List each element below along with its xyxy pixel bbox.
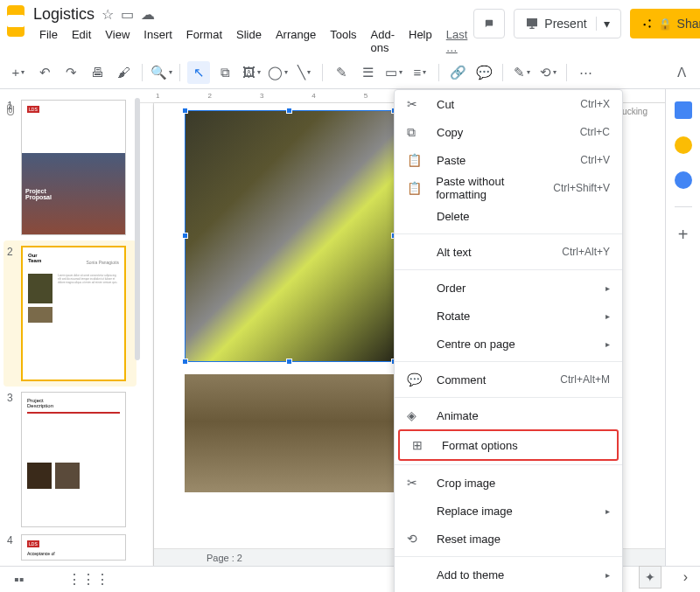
menu-addons[interactable]: Add-ons [365,26,401,56]
menu-bar: File Edit View Insert Format Slide Arran… [33,26,473,56]
border-color-button[interactable]: ▭ [382,61,405,84]
tasks-icon[interactable] [675,171,692,189]
context-alt-text[interactable]: Alt textCtrl+Alt+Y [395,238,622,266]
slide-thumbnail-2[interactable]: OurTeam Sonia Panagiotis Lorem ipsum dol… [21,246,126,381]
thumb-number: 2 [7,246,16,381]
share-label: Share [677,17,700,31]
attachment-icon [4,103,16,115]
calendar-icon[interactable] [675,101,692,119]
comment-button[interactable]: 💬 [472,61,495,84]
side-panel: + [665,89,700,566]
print-button[interactable]: 🖶 [86,61,108,84]
cut-icon: ✂ [407,97,424,111]
vertical-ruler [140,103,154,566]
present-dropdown-icon[interactable]: ▾ [596,17,610,31]
second-image[interactable] [185,374,395,492]
toolbar: + ↶ ↷ 🖶 🖌 🔍 ↖ ⧉ 🖼 ◯ ╲ ✎ ☰ ▭ ≡ 🔗 💬 ✎ ⟲ ⋯ … [0,56,700,89]
cloud-icon[interactable]: ☁ [141,6,155,23]
reset-button[interactable]: ⟲ [536,61,559,84]
new-slide-button[interactable]: + [7,61,30,84]
menu-format[interactable]: Format [180,26,228,56]
comment-icon: 💬 [407,373,424,387]
copy-icon: ⧉ [407,125,424,140]
context-crop-image[interactable]: ✂Crop image [395,469,622,497]
thumb-number: 4 [7,534,16,561]
open-comments-button[interactable] [473,9,505,38]
textbox-tool[interactable]: ⧉ [214,61,236,84]
mask-button[interactable]: ☰ [356,61,379,84]
context-reset-image[interactable]: ⟲Reset image [395,525,622,553]
slide-thumbnail-1[interactable]: LDS ProjectProposal [21,100,126,235]
context-delete[interactable]: Delete [395,202,622,230]
image-tool[interactable]: 🖼 [240,61,262,84]
present-label: Present [544,17,586,31]
add-addon-icon[interactable]: + [678,225,689,245]
paste-plain-icon: 📋 [407,181,424,195]
shape-tool[interactable]: ◯ [266,61,289,84]
menu-slide[interactable]: Slide [230,26,268,56]
link-button[interactable]: 🔗 [446,61,469,84]
paste-icon: 📋 [407,153,424,167]
crop-button[interactable]: ✎ [330,61,353,84]
slides-panel: 1 LDS ProjectProposal 2 OurTeam Sonia Pa… [0,89,140,566]
grid-view-button[interactable]: ⋮⋮⋮ [67,571,109,588]
slide-thumbnail-4[interactable]: LDS Acceptance of [21,534,126,561]
context-centre-on-page[interactable]: Centre on page▸ [395,330,622,358]
context-animate[interactable]: ◈Animate [395,401,622,429]
context-menu: ✂CutCtrl+X ⧉CopyCtrl+C 📋PasteCtrl+V 📋Pas… [394,89,623,592]
border-weight-button[interactable]: ≡ [409,61,431,84]
menu-insert[interactable]: Insert [137,26,178,56]
context-replace-image[interactable]: Replace image▸ [395,497,622,525]
menu-help[interactable]: Help [402,26,438,56]
context-format-options[interactable]: ⊞Format options [400,431,617,459]
selected-image[interactable] [185,110,395,362]
menu-tools[interactable]: Tools [324,26,362,56]
reset-icon: ⟲ [407,532,424,546]
menu-view[interactable]: View [99,26,136,56]
context-add-to-theme[interactable]: Add to theme▸ [395,561,622,589]
present-button[interactable]: Present ▾ [514,9,620,38]
menu-last-edit[interactable]: Last … [440,26,474,56]
hide-side-panel-button[interactable]: › [683,569,688,585]
menu-edit[interactable]: Edit [66,26,97,56]
doc-title[interactable]: Logistics [33,5,94,24]
context-order[interactable]: Order▸ [395,274,622,302]
share-button[interactable]: 🔒 Share [630,9,700,38]
format-options-icon: ⊞ [412,438,430,452]
select-tool[interactable]: ↖ [187,61,210,84]
filmstrip-view-button[interactable]: ▪▪ [14,572,24,588]
more-button[interactable]: ⋯ [574,61,597,84]
explore-button[interactable]: ✦ [639,566,662,589]
undo-button[interactable]: ↶ [33,61,56,84]
context-rotate[interactable]: Rotate▸ [395,302,622,330]
paint-format-button[interactable]: 🖌 [112,61,135,84]
zoom-button[interactable]: 🔍 [150,61,172,84]
move-icon[interactable]: ▭ [121,6,134,23]
menu-file[interactable]: File [33,26,64,56]
slide-thumbnail-3[interactable]: ProjectDescription [21,392,126,527]
context-paste-without-formatting[interactable]: 📋Paste without formattingCtrl+Shift+V [395,174,622,202]
keep-icon[interactable] [675,136,692,154]
star-icon[interactable]: ☆ [102,6,114,23]
context-comment[interactable]: 💬CommentCtrl+Alt+M [395,366,622,394]
thumb-number: 3 [7,392,16,527]
context-copy[interactable]: ⧉CopyCtrl+C [395,118,622,146]
menu-arrange[interactable]: Arrange [270,26,322,56]
line-tool[interactable]: ╲ [292,61,315,84]
thumb-number: 1 [7,100,16,235]
image-content [186,111,394,361]
context-cut[interactable]: ✂CutCtrl+X [395,90,622,118]
context-paste[interactable]: 📋PasteCtrl+V [395,146,622,174]
replace-image-button[interactable]: ✎ [510,61,533,84]
animate-icon: ◈ [407,408,424,422]
slides-logo[interactable] [7,5,24,37]
crop-icon: ✂ [407,476,424,490]
redo-button[interactable]: ↷ [60,61,82,84]
collapse-toolbar-button[interactable]: ᐱ [670,61,693,84]
